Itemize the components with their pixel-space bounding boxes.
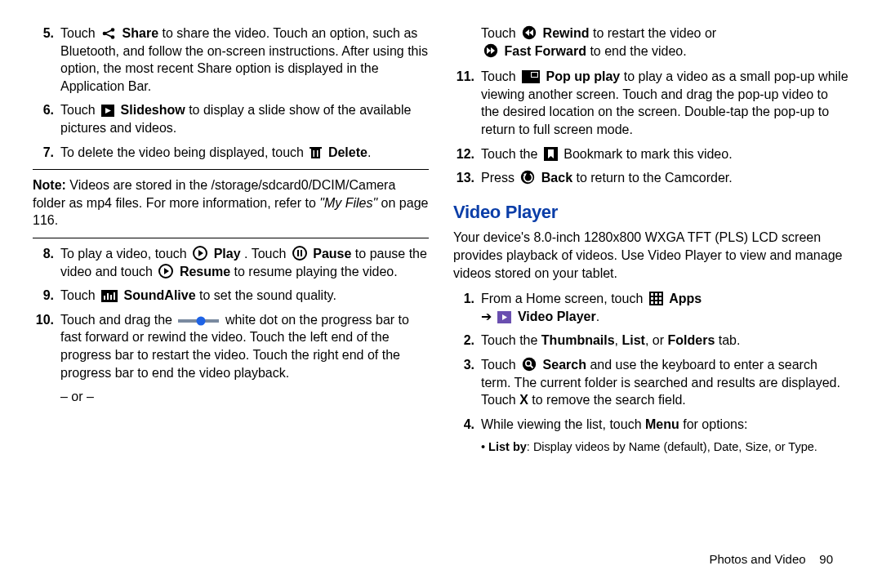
step-number: 9. <box>33 287 54 305</box>
step-13: 13. Press Back to return to the Camcorde… <box>453 169 849 187</box>
delete-label: Delete <box>328 145 368 159</box>
svg-rect-22 <box>114 292 115 300</box>
text: Bookmark to mark this video. <box>564 147 732 161</box>
list-by-bullet: • List by: Display videos by Name (defau… <box>481 439 849 456</box>
svg-rect-8 <box>310 147 322 149</box>
text: to remove the search field. <box>532 393 686 407</box>
list-by-body: : Display videos by Name (default), Date… <box>527 440 817 453</box>
text: , <box>615 333 622 347</box>
video-player-icon <box>497 311 511 323</box>
fast-forward-label: Fast Forward <box>504 44 586 58</box>
svg-rect-9 <box>314 150 315 157</box>
right-column: Touch Rewind to restart the video or Fas… <box>453 24 849 456</box>
apps-label: Apps <box>669 292 702 305</box>
step-number: 6. <box>33 101 54 136</box>
text: to restart the video or <box>593 26 716 40</box>
rewind-icon <box>522 25 537 40</box>
text: Touch <box>481 26 519 40</box>
thumbnails-label: Thumbnails <box>541 333 615 347</box>
svg-rect-40 <box>659 293 662 296</box>
svg-line-3 <box>105 30 113 34</box>
text: To play a video, touch <box>60 247 190 261</box>
text: While viewing the list, touch <box>481 417 645 431</box>
svg-rect-39 <box>655 293 657 296</box>
apps-icon <box>649 292 663 305</box>
text: Touch <box>60 103 99 117</box>
vp-step-4: 4. While viewing the list, touch Menu fo… <box>453 416 849 434</box>
search-label: Search <box>543 358 586 372</box>
text: tab. <box>715 333 740 347</box>
step-12: 12. Touch the Bookmark to mark this vide… <box>453 145 849 163</box>
text: Touch <box>60 288 99 302</box>
svg-rect-45 <box>655 301 657 304</box>
list-label: List <box>622 333 645 347</box>
footer-page-number: 90 <box>819 552 833 566</box>
svg-rect-19 <box>104 296 105 300</box>
share-label: Share <box>122 26 158 40</box>
pause-label: Pause <box>313 247 351 261</box>
note-reference: "My Files" <box>319 196 377 210</box>
resume-icon <box>158 264 173 278</box>
separator <box>33 169 429 170</box>
text: . Touch <box>244 247 290 261</box>
step-7: 7. To delete the video being displayed, … <box>33 144 429 162</box>
pause-icon <box>292 246 307 261</box>
svg-rect-38 <box>651 293 653 296</box>
svg-rect-10 <box>317 150 318 157</box>
svg-rect-7 <box>311 149 320 158</box>
text: Touch <box>481 69 519 83</box>
soundalive-label: SoundAlive <box>124 288 196 302</box>
fast-forward-icon <box>483 43 498 58</box>
slideshow-label: Slideshow <box>121 103 185 117</box>
play-label: Play <box>214 247 241 261</box>
share-icon <box>101 27 116 40</box>
delete-icon <box>310 146 322 159</box>
svg-rect-46 <box>659 301 662 304</box>
slideshow-icon <box>101 105 114 117</box>
svg-rect-21 <box>110 295 112 300</box>
footer-section: Photos and Video <box>709 552 805 566</box>
step-number: 3. <box>453 356 474 409</box>
svg-marker-17 <box>164 268 169 274</box>
text: . <box>596 310 599 323</box>
note-block: Note: Videos are stored in the /storage/… <box>33 176 429 229</box>
step-number: 7. <box>33 144 54 162</box>
text: Touch and drag the <box>60 313 176 327</box>
text: to return to the Camcorder. <box>577 171 733 185</box>
text: From a Home screen, touch <box>481 292 647 305</box>
step-6: 6. Touch Slideshow to display a slide sh… <box>33 101 429 136</box>
svg-rect-43 <box>659 297 662 300</box>
x-label: X <box>519 393 528 407</box>
text: To delete the video being displayed, tou… <box>60 145 307 159</box>
step-number: 5. <box>33 24 54 95</box>
svg-rect-20 <box>107 293 109 300</box>
text: for options: <box>679 417 748 431</box>
step-10-continued: Touch Rewind to restart the video or Fas… <box>481 24 849 60</box>
step-5: 5. Touch Share to share the video. Touch… <box>33 24 429 95</box>
text: Touch <box>481 358 519 372</box>
text: to set the sound quality. <box>199 288 336 302</box>
step-8: 8. To play a video, touch Play . Touch P… <box>33 245 429 280</box>
note-lead: Note: <box>33 178 66 192</box>
step-number: 8. <box>33 245 54 280</box>
folders-label: Folders <box>668 333 715 347</box>
back-label: Back <box>541 171 572 185</box>
text: Touch the <box>481 147 541 161</box>
left-column: 5. Touch Share to share the video. Touch… <box>33 24 429 456</box>
step-number: 12. <box>453 145 474 163</box>
page-footer: Photos and Video 90 <box>709 551 833 568</box>
svg-rect-44 <box>651 301 653 304</box>
separator <box>33 238 429 238</box>
popup-play-icon <box>522 70 540 83</box>
text: to resume playing the video. <box>234 265 398 278</box>
step-number: 1. <box>453 290 474 325</box>
popup-play-label: Pop up play <box>546 69 621 83</box>
vp-step-2: 2. Touch the Thumbnails, List, or Folder… <box>453 332 849 350</box>
step-number: 10. <box>33 311 54 381</box>
progress-dot-icon <box>178 315 219 327</box>
svg-point-13 <box>293 247 306 260</box>
svg-rect-42 <box>655 297 657 300</box>
search-icon <box>522 357 537 372</box>
text: to end the video. <box>590 44 686 58</box>
svg-point-49 <box>523 358 536 371</box>
